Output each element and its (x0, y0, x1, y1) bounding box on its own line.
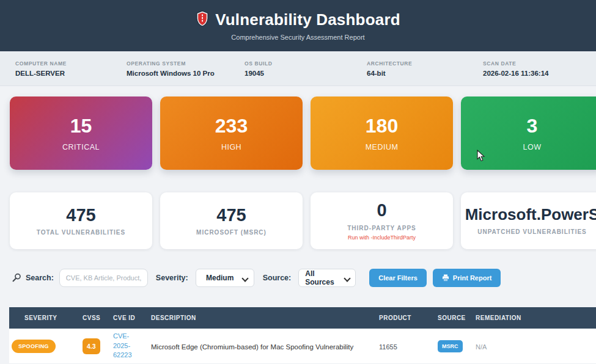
col-header-description: DESCRIPTION (151, 315, 370, 321)
page-title: Vulnerability Dashboard (215, 10, 400, 29)
info-value: Microsoft Windows 10 Pro (127, 70, 245, 77)
unpatched-value: Microsoft.PowerS (465, 206, 596, 223)
severity-cards-row: 15 CRITICAL 233 HIGH 180 MEDIUM 3 LOW (10, 96, 596, 170)
info-scan-date: SCAN DATE 2026-02-16 11:36:14 (483, 60, 548, 77)
low-count: 3 (527, 115, 538, 137)
app-header: Vulnerability Dashboard Comprehensive Se… (0, 0, 596, 51)
severity-card-medium[interactable]: 180 MEDIUM (311, 96, 453, 170)
msrc-label: MICROSOFT (MSRC) (196, 229, 267, 236)
product-value: 11655 (379, 343, 397, 351)
severity-card-low[interactable]: 3 LOW (461, 96, 596, 170)
chevron-down-icon (345, 275, 349, 280)
info-value: 2026-02-16 11:36:14 (483, 70, 548, 77)
total-label: TOTAL VULNERABILITIES (37, 229, 125, 236)
thirdparty-count: 0 (377, 201, 386, 219)
msrc-count: 475 (216, 206, 246, 224)
col-header-cvss: CVSS (83, 315, 113, 321)
thirdparty-note: Run with -IncludeThirdParty (348, 235, 416, 241)
high-count: 233 (215, 115, 248, 137)
print-report-button[interactable]: Print Report (433, 269, 501, 287)
col-header-remediation: REMEDIATION (466, 315, 596, 321)
info-value: 64-bit (367, 70, 483, 77)
severity-badge: SPOOFING (12, 340, 56, 353)
unpatched-label: UNPATCHED VULNERABILITIES (477, 228, 587, 235)
summary-cards-row: 475 TOTAL VULNERABILITIES 475 MICROSOFT … (10, 192, 596, 249)
col-header-severity: SEVERITY (9, 315, 83, 321)
source-select-value: All Sources (305, 269, 340, 286)
medium-count: 180 (366, 115, 398, 137)
clear-filters-button[interactable]: Clear Filters (369, 269, 427, 287)
shield-icon (196, 10, 209, 29)
cvss-badge: 4.3 (83, 338, 100, 354)
severity-select[interactable]: Medium (196, 269, 254, 287)
vulnerability-table: SEVERITY CVSS CVE ID DESCRIPTION PRODUCT… (9, 307, 596, 364)
col-header-cve-id: CVE ID (113, 315, 151, 321)
table-header-row: SEVERITY CVSS CVE ID DESCRIPTION PRODUCT… (9, 307, 596, 329)
critical-label: CRITICAL (62, 143, 100, 151)
info-label: COMPUTER NAME (15, 60, 127, 67)
search-icon (12, 273, 21, 282)
col-header-source: SOURCE (429, 315, 466, 321)
info-value: DELL-SERVER (15, 70, 127, 77)
col-header-product: PRODUCT (370, 315, 429, 321)
critical-count: 15 (70, 115, 92, 137)
thirdparty-label: THIRD-PARTY APPS (347, 225, 416, 231)
summary-card-total: 475 TOTAL VULNERABILITIES (10, 192, 152, 249)
clear-filters-label: Clear Filters (378, 274, 418, 282)
info-architecture: ARCHITECTURE 64-bit (367, 60, 483, 77)
info-label: OPERATING SYSTEM (127, 60, 245, 67)
cve-id-link[interactable]: CVE-2025-62223 (113, 332, 140, 360)
medium-label: MEDIUM (366, 143, 399, 151)
print-report-label: Print Report (453, 274, 492, 282)
table-row: SPOOFING 4.3 CVE-2025-62223 Microsoft Ed… (9, 329, 596, 364)
search-input[interactable] (59, 269, 148, 287)
search-label: Search: (26, 274, 54, 282)
info-os-build: OS BUILD 19045 (245, 60, 367, 77)
info-computer-name: COMPUTER NAME DELL-SERVER (15, 60, 127, 77)
info-label: OS BUILD (245, 60, 367, 67)
system-info-bar: COMPUTER NAME DELL-SERVER OPERATING SYST… (0, 51, 596, 86)
severity-filter-label: Severity: (156, 274, 188, 282)
severity-select-value: Medium (206, 274, 234, 282)
severity-card-high[interactable]: 233 HIGH (160, 96, 303, 170)
page-subtitle: Comprehensive Security Assessment Report (231, 34, 364, 41)
high-label: HIGH (221, 143, 241, 151)
summary-card-msrc: 475 MICROSOFT (MSRC) (160, 192, 303, 249)
total-count: 475 (66, 206, 95, 224)
chevron-down-icon (243, 275, 248, 280)
printer-icon (442, 274, 449, 282)
low-label: LOW (523, 143, 542, 151)
source-badge: MSRC (438, 340, 463, 352)
summary-card-unpatched: Microsoft.PowerS UNPATCHED VULNERABILITI… (461, 192, 596, 249)
vulnerability-description: Microsoft Edge (Chromium-based) for Mac … (151, 343, 353, 351)
info-label: ARCHITECTURE (367, 60, 483, 67)
summary-card-thirdparty: 0 THIRD-PARTY APPS Run with -IncludeThir… (311, 192, 453, 249)
filter-bar: Search: Severity: Medium Source: All Sou… (12, 267, 596, 288)
source-filter-label: Source: (263, 274, 292, 282)
info-label: SCAN DATE (483, 60, 548, 67)
info-operating-system: OPERATING SYSTEM Microsoft Windows 10 Pr… (127, 60, 245, 77)
source-select[interactable]: All Sources (298, 269, 356, 287)
severity-card-critical[interactable]: 15 CRITICAL (10, 96, 152, 170)
info-value: 19045 (245, 70, 367, 77)
remediation-value: N/A (476, 343, 487, 351)
